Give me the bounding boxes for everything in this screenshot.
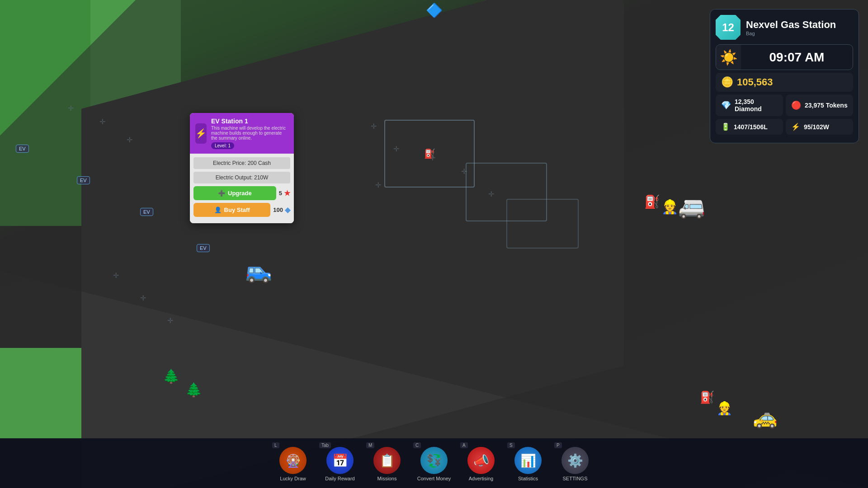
missions-icon-circle: 📋 (373, 447, 401, 474)
missions-label: Missions (377, 476, 397, 481)
token-icon: 🔴 (791, 100, 801, 110)
gas-pump-2: ⛽ (700, 390, 714, 404)
car-blue: 🚙 (244, 258, 272, 284)
building-outline-1: ⛽ (384, 120, 475, 188)
cross-12: ✛ (167, 316, 173, 325)
advertising-shortcut: A (460, 442, 468, 448)
buy-staff-label: Buy Staff (224, 206, 250, 213)
convert-money-icon-circle: 💱 (420, 447, 448, 474)
ev-label-3: EV (140, 208, 153, 216)
station-subtitle: Bag (746, 31, 836, 36)
upgrade-label: Upgrade (228, 190, 252, 197)
building-popup: ⚡ EV Station 1 This machine will develop… (190, 113, 294, 223)
buy-staff-row: 👤 Buy Staff 100 ◆ (193, 203, 290, 217)
diamond-container: 💎 12,350 Diamond (716, 94, 783, 116)
power-icon: ⚡ (791, 122, 800, 131)
advertising-icon-circle: 📣 (467, 447, 495, 474)
time-display: 09:07 AM (741, 47, 853, 68)
settings-label: SETTINGS (562, 476, 587, 481)
diamond-value: 12,350 Diamond (735, 98, 778, 113)
convert-money-shortcut: C (413, 442, 421, 448)
money-value: 105,563 (737, 76, 773, 88)
cross-8: ✛ (99, 117, 105, 126)
popup-building-desc: This machine will develop the electric m… (211, 126, 288, 141)
popup-header: ⚡ EV Station 1 This machine will develop… (190, 113, 294, 154)
lucky-draw-label: Lucky Draw (280, 476, 306, 481)
popup-building-icon: ⚡ (195, 123, 207, 144)
daily-reward-shortcut: Tab (319, 442, 331, 448)
upgrade-cost: 5 ★ (279, 189, 290, 197)
power-value: 95/102W (804, 123, 829, 131)
staff-cost-value: 100 (273, 206, 283, 213)
daily-reward-icon-circle: 📅 (326, 447, 354, 474)
worker-1: 👷 (661, 199, 678, 215)
buy-staff-button[interactable]: 👤 Buy Staff (193, 203, 270, 217)
cross-9: ✛ (127, 136, 132, 144)
cross-10: ✛ (113, 271, 119, 280)
toolbar-statistics[interactable]: S 📊 Statistics (505, 441, 551, 486)
resource-row: 🔋 1407/1506L ⚡ 95/102W (716, 119, 853, 135)
diamond-icon: 💎 (721, 100, 731, 110)
fuel-container: 🔋 1407/1506L (716, 119, 783, 135)
hud-panel: 12 Nexvel Gas Station Bag ☀️ 09:07 AM 🪙 … (710, 9, 859, 143)
electric-output-row: Electric Output: 210W (193, 172, 290, 183)
cross-11: ✛ (140, 294, 146, 302)
fuel-icon: 🔋 (721, 122, 730, 131)
statistics-icon-circle: 📊 (514, 447, 542, 474)
worker-2: 👷 (717, 401, 732, 416)
money-row: 🪙 105,563 (716, 73, 853, 92)
electric-price-row: Electric Price: 200 Cash (193, 157, 290, 169)
station-header: 12 Nexvel Gas Station Bag (716, 15, 853, 40)
lucky-draw-shortcut: L (272, 442, 279, 448)
staff-cost: 100 ◆ (273, 206, 290, 214)
time-panel: ☀️ 09:07 AM (716, 44, 853, 70)
toolbar-settings[interactable]: P ⚙️ SETTINGS (552, 441, 598, 486)
settings-icon-circle: ⚙️ (561, 447, 589, 474)
daily-reward-label: Daily Reward (325, 476, 354, 481)
power-container: ⚡ 95/102W (786, 119, 853, 135)
token-container: 🔴 23,975 Tokens (786, 94, 853, 116)
toolbar-lucky-draw[interactable]: L 🎡 Lucky Draw (270, 441, 316, 486)
toolbar-advertising[interactable]: A 📣 Advertising (458, 441, 504, 486)
lucky-draw-icon-circle: 🎡 (279, 447, 307, 474)
money-icon: 🪙 (721, 76, 733, 88)
statistics-shortcut: S (507, 442, 515, 448)
ev-label-4: EV (197, 244, 210, 252)
statistics-label: Statistics (518, 476, 538, 481)
tree-2: 🌲 (185, 382, 202, 398)
toolbar-missions[interactable]: M 📋 Missions (364, 441, 410, 486)
cross-4: ✛ (375, 181, 381, 189)
missions-shortcut: M (366, 442, 374, 448)
advertising-label: Advertising (469, 476, 493, 481)
currency-row: 💎 12,350 Diamond 🔴 23,975 Tokens (716, 94, 853, 116)
popup-level-badge: Level: 1 (211, 142, 234, 149)
cross-1: ✛ (371, 122, 377, 131)
truck-green: 🚐 (678, 194, 705, 220)
staff-person-icon: 👤 (214, 206, 222, 213)
ev-label-2: EV (77, 176, 90, 184)
token-value: 23,975 Tokens (805, 102, 848, 109)
upgrade-button[interactable]: ➕ Upgrade (193, 186, 276, 200)
car-yellow: 🚕 (753, 406, 778, 429)
cross-7: ✛ (68, 104, 74, 113)
level-badge: 12 (716, 15, 741, 40)
station-name: Nexvel Gas Station (746, 19, 836, 31)
sun-icon: ☀️ (716, 45, 741, 70)
upgrade-plus-icon: ➕ (218, 190, 225, 197)
tree-1: 🌲 (163, 368, 179, 384)
popup-body: Electric Price: 200 Cash Electric Output… (190, 154, 294, 223)
popup-building-name: EV Station 1 (211, 117, 288, 125)
settings-shortcut: P (554, 442, 562, 448)
nav-marker: 🔷 (426, 2, 443, 18)
staff-cost-icon: ◆ (285, 206, 290, 214)
gas-pump-1: ⛽ (644, 194, 660, 209)
building-outline-3 (506, 199, 579, 249)
fuel-value: 1407/1506L (734, 123, 768, 131)
toolbar-daily-reward[interactable]: Tab 📅 Daily Reward (317, 441, 363, 486)
upgrade-cost-value: 5 (279, 190, 282, 197)
ev-label-1: EV (16, 145, 29, 153)
bottom-toolbar: L 🎡 Lucky Draw Tab 📅 Daily Reward M 📋 Mi… (0, 438, 868, 488)
upgrade-row: ➕ Upgrade 5 ★ (193, 186, 290, 200)
toolbar-convert-money[interactable]: C 💱 Convert Money (411, 441, 457, 486)
convert-money-label: Convert Money (417, 476, 451, 481)
